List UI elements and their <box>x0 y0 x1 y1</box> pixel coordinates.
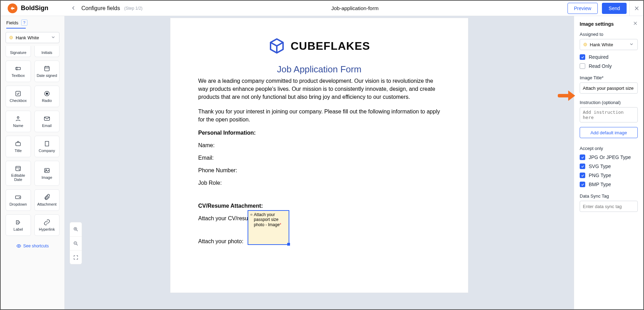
svg-rect-2 <box>16 67 21 70</box>
mail-icon <box>43 115 50 122</box>
instruction-textarea[interactable] <box>580 107 638 122</box>
image-settings-panel: Image settings Assigned to Hank White Re… <box>574 16 643 309</box>
field-tile-email[interactable]: Email <box>34 111 60 132</box>
accept-jpg-label: JPG Or JPEG Type <box>589 154 631 160</box>
brand-logo-icon <box>8 3 17 13</box>
fields-tab-label: Fields <box>6 20 18 25</box>
document-page[interactable]: CUBEFLAKES Job Application Form We are a… <box>170 18 468 293</box>
brand: BoldSign <box>1 3 65 13</box>
doc-section-personal: Personal Information: <box>198 130 440 136</box>
field-tile-editable-date[interactable]: Editable Date <box>6 161 31 186</box>
accept-bmp-checkbox[interactable] <box>580 182 585 187</box>
readonly-label: Read Only <box>589 63 612 69</box>
svg-point-10 <box>46 93 48 95</box>
chevron-down-icon <box>629 42 634 48</box>
back-button[interactable] <box>70 5 77 12</box>
field-tile-signature[interactable]: Signature <box>6 46 31 57</box>
calendar-icon <box>43 65 50 72</box>
fields-tab[interactable]: Fields ? <box>1 16 64 28</box>
field-tile-checkbox[interactable]: Checkbox <box>6 86 31 107</box>
field-tile-date-signed[interactable]: Date signed <box>34 61 60 82</box>
fields-sidebar: Fields ? Hank White Signature Initials T… <box>1 16 65 309</box>
field-tile-attachment[interactable]: Attachment <box>34 189 60 211</box>
signer-dropdown[interactable]: Hank White <box>6 32 59 43</box>
svg-rect-4 <box>45 66 49 71</box>
doc-label-email: Email: <box>198 155 440 161</box>
field-tile-radio[interactable]: Radio <box>34 86 60 107</box>
image-title-input[interactable] <box>580 82 638 94</box>
image-title-label: Image Title* <box>580 75 638 80</box>
field-tile-title[interactable]: Title <box>6 136 31 157</box>
field-tile-company[interactable]: Company <box>34 136 60 157</box>
canvas-area[interactable]: CUBEFLAKES Job Application Form We are a… <box>65 16 574 309</box>
accept-svg-checkbox[interactable] <box>580 164 585 169</box>
zoom-in-button[interactable] <box>70 222 82 236</box>
required-label: Required <box>589 54 609 60</box>
image-field-placeholder[interactable]: Attach your passport size photo - Image* <box>248 210 289 245</box>
settings-close-button[interactable] <box>633 21 638 27</box>
date-edit-icon <box>15 165 22 172</box>
doc-label-role: Job Role: <box>198 180 440 186</box>
field-tile-initials[interactable]: Initials <box>34 46 60 57</box>
svg-rect-8 <box>16 91 21 96</box>
add-default-image-button[interactable]: Add default image <box>580 127 638 138</box>
field-tile-name[interactable]: Name <box>6 111 31 132</box>
accept-jpg-checkbox[interactable] <box>580 154 585 160</box>
data-sync-tag-input[interactable] <box>580 201 638 212</box>
required-checkbox[interactable] <box>580 54 585 60</box>
field-tile-label: Dropdown <box>9 202 27 206</box>
field-tile-hyperlink[interactable]: Hyperlink <box>34 214 60 236</box>
svg-rect-13 <box>16 143 21 146</box>
doc-section-cv: CV/Resume Attachment: <box>198 203 440 209</box>
field-tile-label[interactable]: A Label <box>6 214 31 236</box>
tab-underline <box>6 28 26 29</box>
step-label: (Step 1/2) <box>124 6 143 11</box>
assigned-to-label: Assigned to <box>580 32 638 37</box>
resize-handle[interactable] <box>287 243 290 246</box>
accept-png-checkbox[interactable] <box>580 173 585 178</box>
readonly-checkbox[interactable] <box>580 63 585 69</box>
doc-label-phone: Phone Number: <box>198 167 440 174</box>
radio-icon <box>43 90 50 97</box>
signer-name: Hank White <box>16 35 48 40</box>
accept-only-label: Accept only <box>580 146 638 151</box>
instruction-label: Instruction (optional) <box>580 100 638 105</box>
field-palette: Signature Initials Textbox Date signed C… <box>1 46 64 309</box>
field-tile-image[interactable]: Image <box>34 161 60 186</box>
doc-paragraph-2: Thank you for your interest in joining o… <box>198 108 440 124</box>
signer-color-dot-icon <box>9 36 13 39</box>
doc-logo: CUBEFLAKES <box>198 38 440 56</box>
shortcuts-label: See shortcuts <box>23 244 49 248</box>
svg-text:A: A <box>17 221 19 224</box>
fullscreen-button[interactable] <box>70 250 82 264</box>
svg-point-28 <box>18 245 19 247</box>
field-tile-textbox[interactable]: Textbox <box>6 61 31 82</box>
field-tile-label: Radio <box>42 98 52 103</box>
person-icon <box>15 115 22 122</box>
svg-point-39 <box>251 214 251 215</box>
cubeflakes-logo-icon <box>268 38 285 54</box>
preview-button[interactable]: Preview <box>567 3 598 14</box>
svg-point-11 <box>17 117 19 118</box>
accept-png-label: PNG Type <box>589 173 611 178</box>
field-tile-label: Email <box>42 124 52 128</box>
field-tile-label: Editable Date <box>7 173 29 182</box>
image-icon <box>43 167 50 174</box>
clip-icon <box>43 194 50 201</box>
help-icon[interactable]: ? <box>21 19 27 26</box>
image-icon <box>250 212 252 217</box>
assigned-signer-dropdown[interactable]: Hank White <box>580 39 638 50</box>
svg-rect-14 <box>45 141 49 146</box>
accept-svg-label: SVG Type <box>589 164 611 169</box>
doc-label-photo: Attach your photo: <box>198 238 440 245</box>
briefcase-icon <box>15 140 22 147</box>
field-tile-label: Textbox <box>11 73 25 78</box>
zoom-out-button[interactable] <box>70 236 82 250</box>
send-button[interactable]: Send <box>602 3 627 14</box>
see-shortcuts-link[interactable]: See shortcuts <box>16 244 49 248</box>
field-tile-dropdown[interactable]: Dropdown <box>6 189 31 211</box>
eye-icon <box>16 244 21 248</box>
close-button[interactable] <box>629 1 643 16</box>
field-tile-label: Checkbox <box>10 98 27 103</box>
field-tile-label: Initials <box>41 50 52 55</box>
